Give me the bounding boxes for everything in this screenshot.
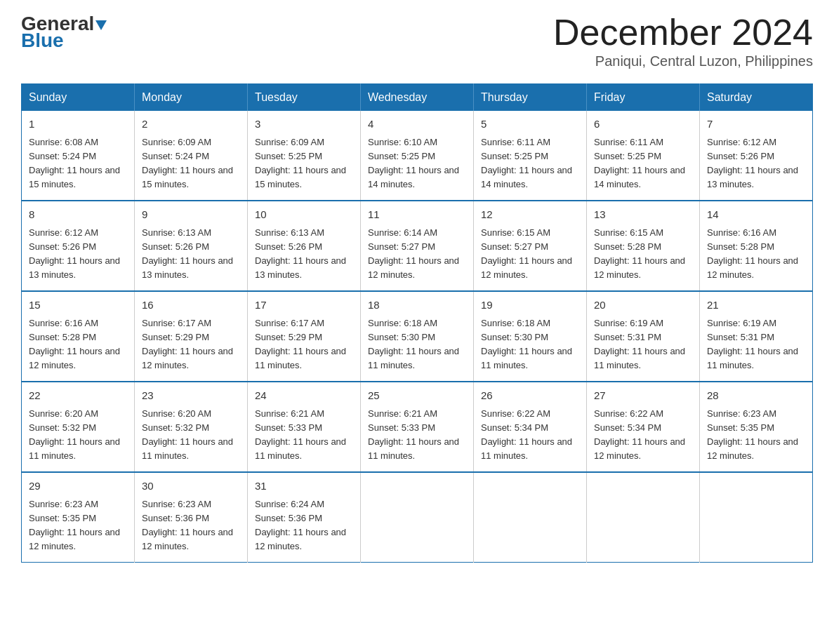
day-number: 14 bbox=[707, 207, 805, 223]
calendar-cell: 2Sunrise: 6:09 AMSunset: 5:24 PMDaylight… bbox=[135, 111, 248, 201]
day-number: 1 bbox=[29, 116, 127, 133]
day-number: 17 bbox=[255, 297, 353, 314]
calendar-cell: 15Sunrise: 6:16 AMSunset: 5:28 PMDayligh… bbox=[22, 291, 135, 382]
logo-blue-text: Blue bbox=[21, 31, 64, 51]
calendar-cell: 5Sunrise: 6:11 AMSunset: 5:25 PMDaylight… bbox=[474, 111, 587, 201]
calendar-cell: 20Sunrise: 6:19 AMSunset: 5:31 PMDayligh… bbox=[587, 291, 700, 382]
day-info: Sunrise: 6:11 AMSunset: 5:25 PMDaylight:… bbox=[594, 137, 685, 189]
day-info: Sunrise: 6:15 AMSunset: 5:28 PMDaylight:… bbox=[594, 227, 685, 280]
day-number: 18 bbox=[368, 297, 466, 314]
calendar-header-row: SundayMondayTuesdayWednesdayThursdayFrid… bbox=[22, 84, 813, 112]
calendar-cell: 1Sunrise: 6:08 AMSunset: 5:24 PMDaylight… bbox=[22, 111, 135, 201]
day-info: Sunrise: 6:23 AMSunset: 5:35 PMDaylight:… bbox=[707, 408, 798, 461]
day-number: 9 bbox=[142, 207, 240, 223]
page-header: General Blue December 2024 Paniqui, Cent… bbox=[21, 14, 813, 69]
day-number: 20 bbox=[594, 297, 692, 314]
calendar-cell bbox=[361, 472, 474, 563]
day-number: 22 bbox=[29, 388, 127, 404]
day-number: 23 bbox=[142, 388, 240, 404]
calendar-cell: 18Sunrise: 6:18 AMSunset: 5:30 PMDayligh… bbox=[361, 291, 474, 382]
logo-triangle-icon bbox=[95, 20, 107, 30]
calendar-week-row: 22Sunrise: 6:20 AMSunset: 5:32 PMDayligh… bbox=[22, 382, 813, 472]
calendar-cell: 28Sunrise: 6:23 AMSunset: 5:35 PMDayligh… bbox=[700, 382, 813, 472]
day-number: 15 bbox=[29, 297, 127, 314]
day-info: Sunrise: 6:09 AMSunset: 5:24 PMDaylight:… bbox=[142, 137, 233, 189]
calendar-cell: 30Sunrise: 6:23 AMSunset: 5:36 PMDayligh… bbox=[135, 472, 248, 563]
day-number: 5 bbox=[481, 116, 579, 133]
day-number: 19 bbox=[481, 297, 579, 314]
logo: General Blue bbox=[21, 14, 107, 51]
calendar-cell: 14Sunrise: 6:16 AMSunset: 5:28 PMDayligh… bbox=[700, 201, 813, 291]
day-info: Sunrise: 6:21 AMSunset: 5:33 PMDaylight:… bbox=[368, 408, 459, 461]
day-number: 26 bbox=[481, 388, 579, 404]
calendar-cell: 8Sunrise: 6:12 AMSunset: 5:26 PMDaylight… bbox=[22, 201, 135, 291]
day-info: Sunrise: 6:15 AMSunset: 5:27 PMDaylight:… bbox=[481, 227, 572, 280]
day-number: 30 bbox=[142, 478, 240, 495]
calendar-week-row: 8Sunrise: 6:12 AMSunset: 5:26 PMDaylight… bbox=[22, 201, 813, 291]
calendar-cell bbox=[587, 472, 700, 563]
calendar-header-wednesday: Wednesday bbox=[361, 84, 474, 112]
calendar-cell: 7Sunrise: 6:12 AMSunset: 5:26 PMDaylight… bbox=[700, 111, 813, 201]
calendar-cell: 29Sunrise: 6:23 AMSunset: 5:35 PMDayligh… bbox=[22, 472, 135, 563]
calendar-header-friday: Friday bbox=[587, 84, 700, 112]
calendar-cell: 4Sunrise: 6:10 AMSunset: 5:25 PMDaylight… bbox=[361, 111, 474, 201]
day-number: 28 bbox=[707, 388, 805, 404]
calendar-cell: 12Sunrise: 6:15 AMSunset: 5:27 PMDayligh… bbox=[474, 201, 587, 291]
calendar-cell: 13Sunrise: 6:15 AMSunset: 5:28 PMDayligh… bbox=[587, 201, 700, 291]
calendar-header-sunday: Sunday bbox=[22, 84, 135, 112]
day-info: Sunrise: 6:18 AMSunset: 5:30 PMDaylight:… bbox=[481, 318, 572, 370]
calendar-cell: 26Sunrise: 6:22 AMSunset: 5:34 PMDayligh… bbox=[474, 382, 587, 472]
day-number: 16 bbox=[142, 297, 240, 314]
day-number: 8 bbox=[29, 207, 127, 223]
day-info: Sunrise: 6:16 AMSunset: 5:28 PMDaylight:… bbox=[707, 227, 798, 280]
calendar-cell: 16Sunrise: 6:17 AMSunset: 5:29 PMDayligh… bbox=[135, 291, 248, 382]
calendar-cell: 6Sunrise: 6:11 AMSunset: 5:25 PMDaylight… bbox=[587, 111, 700, 201]
calendar-week-row: 15Sunrise: 6:16 AMSunset: 5:28 PMDayligh… bbox=[22, 291, 813, 382]
calendar-cell bbox=[700, 472, 813, 563]
day-info: Sunrise: 6:21 AMSunset: 5:33 PMDaylight:… bbox=[255, 408, 346, 461]
day-info: Sunrise: 6:23 AMSunset: 5:36 PMDaylight:… bbox=[142, 499, 233, 551]
day-number: 25 bbox=[368, 388, 466, 404]
calendar-header-monday: Monday bbox=[135, 84, 248, 112]
day-info: Sunrise: 6:22 AMSunset: 5:34 PMDaylight:… bbox=[594, 408, 685, 461]
day-info: Sunrise: 6:22 AMSunset: 5:34 PMDaylight:… bbox=[481, 408, 572, 461]
day-info: Sunrise: 6:13 AMSunset: 5:26 PMDaylight:… bbox=[255, 227, 346, 280]
calendar-cell bbox=[474, 472, 587, 563]
day-info: Sunrise: 6:17 AMSunset: 5:29 PMDaylight:… bbox=[255, 318, 346, 370]
day-number: 12 bbox=[481, 207, 579, 223]
day-info: Sunrise: 6:19 AMSunset: 5:31 PMDaylight:… bbox=[594, 318, 685, 370]
day-info: Sunrise: 6:12 AMSunset: 5:26 PMDaylight:… bbox=[29, 227, 120, 280]
calendar-header-thursday: Thursday bbox=[474, 84, 587, 112]
calendar-cell: 24Sunrise: 6:21 AMSunset: 5:33 PMDayligh… bbox=[248, 382, 361, 472]
calendar-cell: 10Sunrise: 6:13 AMSunset: 5:26 PMDayligh… bbox=[248, 201, 361, 291]
calendar-week-row: 29Sunrise: 6:23 AMSunset: 5:35 PMDayligh… bbox=[22, 472, 813, 563]
day-info: Sunrise: 6:24 AMSunset: 5:36 PMDaylight:… bbox=[255, 499, 346, 551]
day-info: Sunrise: 6:13 AMSunset: 5:26 PMDaylight:… bbox=[142, 227, 233, 280]
day-number: 13 bbox=[594, 207, 692, 223]
day-info: Sunrise: 6:14 AMSunset: 5:27 PMDaylight:… bbox=[368, 227, 459, 280]
day-number: 3 bbox=[255, 116, 353, 133]
calendar-cell: 25Sunrise: 6:21 AMSunset: 5:33 PMDayligh… bbox=[361, 382, 474, 472]
title-block: December 2024 Paniqui, Central Luzon, Ph… bbox=[553, 14, 813, 69]
day-info: Sunrise: 6:17 AMSunset: 5:29 PMDaylight:… bbox=[142, 318, 233, 370]
calendar-cell: 22Sunrise: 6:20 AMSunset: 5:32 PMDayligh… bbox=[22, 382, 135, 472]
day-info: Sunrise: 6:10 AMSunset: 5:25 PMDaylight:… bbox=[368, 137, 459, 189]
day-info: Sunrise: 6:23 AMSunset: 5:35 PMDaylight:… bbox=[29, 499, 120, 551]
calendar-header-tuesday: Tuesday bbox=[248, 84, 361, 112]
day-number: 11 bbox=[368, 207, 466, 223]
day-info: Sunrise: 6:12 AMSunset: 5:26 PMDaylight:… bbox=[707, 137, 798, 189]
day-number: 6 bbox=[594, 116, 692, 133]
day-info: Sunrise: 6:11 AMSunset: 5:25 PMDaylight:… bbox=[481, 137, 572, 189]
location-text: Paniqui, Central Luzon, Philippines bbox=[553, 53, 813, 69]
day-number: 7 bbox=[707, 116, 805, 133]
day-info: Sunrise: 6:16 AMSunset: 5:28 PMDaylight:… bbox=[29, 318, 120, 370]
day-number: 2 bbox=[142, 116, 240, 133]
day-info: Sunrise: 6:08 AMSunset: 5:24 PMDaylight:… bbox=[29, 137, 120, 189]
calendar-cell: 27Sunrise: 6:22 AMSunset: 5:34 PMDayligh… bbox=[587, 382, 700, 472]
calendar-cell: 23Sunrise: 6:20 AMSunset: 5:32 PMDayligh… bbox=[135, 382, 248, 472]
day-number: 24 bbox=[255, 388, 353, 404]
day-number: 29 bbox=[29, 478, 127, 495]
calendar-cell: 3Sunrise: 6:09 AMSunset: 5:25 PMDaylight… bbox=[248, 111, 361, 201]
day-number: 4 bbox=[368, 116, 466, 133]
day-info: Sunrise: 6:18 AMSunset: 5:30 PMDaylight:… bbox=[368, 318, 459, 370]
